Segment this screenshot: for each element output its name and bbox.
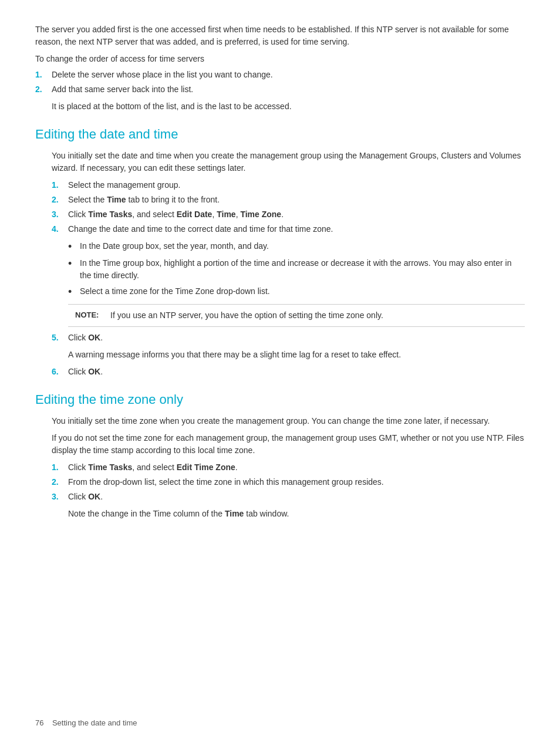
note-text: If you use an NTP server, you have the o… — [110, 309, 383, 322]
bullet-text: In the Date group box, set the year, mon… — [80, 240, 269, 254]
list-item: 3. Click OK. — [52, 491, 525, 503]
step-text: Select the Time tab to bring it to the f… — [68, 194, 220, 206]
step-number: 2. — [52, 476, 68, 488]
list-item: 5. Click OK. — [52, 332, 525, 344]
step-number: 3. — [52, 491, 68, 503]
page-number: 76 — [35, 718, 43, 727]
step-number: 2. — [52, 194, 68, 206]
list-item: 4. Change the date and time to the corre… — [52, 223, 525, 235]
section1-steps2: 5. Click OK. — [52, 332, 525, 344]
section2-heading: Editing the time zone only — [35, 390, 525, 409]
step-number: 4. — [52, 223, 68, 235]
change-order-intro: To change the order of access for time s… — [35, 53, 525, 65]
step-number: 1. — [52, 179, 68, 191]
bullet-icon: • — [68, 257, 80, 282]
section1-heading: Editing the date and time — [35, 124, 525, 144]
bullet-icon: • — [68, 240, 80, 254]
step-text: Click OK. — [68, 332, 103, 344]
section2-final-note: Note the change in the Time column of th… — [68, 508, 525, 520]
step-text: Add that same server back into the list. — [52, 83, 193, 96]
step-number: 2. — [35, 83, 52, 96]
note-label: NOTE: — [75, 309, 104, 321]
bullet-text: Select a time zone for the Time Zone dro… — [80, 285, 270, 299]
step-number: 1. — [52, 461, 68, 474]
bullet-text: In the Time group box, highlight a porti… — [80, 257, 525, 282]
step-text: Click Time Tasks, and select Edit Date, … — [68, 208, 284, 221]
list-item: • In the Time group box, highlight a por… — [68, 257, 525, 282]
step-number: 3. — [52, 208, 68, 221]
note-box: NOTE: If you use an NTP server, you have… — [68, 304, 525, 327]
section1-intro: You initially set the date and time when… — [52, 150, 525, 174]
footer: 76 Setting the date and time — [35, 717, 137, 729]
list-item: 2. Add that same server back into the li… — [35, 83, 525, 96]
list-item: 1. Delete the server whose place in the … — [35, 69, 525, 81]
section1-content: You initially set the date and time when… — [52, 150, 525, 378]
step-text: Click OK. — [68, 491, 103, 503]
step-text: Delete the server whose place in the lis… — [52, 69, 273, 81]
list-item: 2. Select the Time tab to bring it to th… — [52, 194, 525, 206]
section2-content: You initially set the time zone when you… — [52, 415, 525, 520]
list-item: 6. Click OK. — [52, 366, 525, 378]
list-item: • In the Date group box, set the year, m… — [68, 240, 525, 254]
step-text: Click OK. — [68, 366, 103, 378]
section2-intro1: You initially set the time zone when you… — [52, 415, 525, 427]
section1-steps: 1. Select the management group. 2. Selec… — [52, 179, 525, 235]
list-item: 1. Click Time Tasks, and select Edit Tim… — [52, 461, 525, 474]
list-item: • Select a time zone for the Time Zone d… — [68, 285, 525, 299]
section1-bullets: • In the Date group box, set the year, m… — [68, 240, 525, 299]
step5-note: A warning message informs you that there… — [68, 349, 525, 361]
list-item: 1. Select the management group. — [52, 179, 525, 191]
step-text: Select the management group. — [68, 179, 180, 191]
step-text: From the drop-down list, select the time… — [68, 476, 384, 488]
list-item: 3. Click Time Tasks, and select Edit Dat… — [52, 208, 525, 221]
step-number: 1. — [35, 69, 52, 81]
step-number: 6. — [52, 366, 68, 378]
section1-step6: 6. Click OK. — [52, 366, 525, 378]
intro-paragraph: The server you added first is the one ac… — [35, 23, 525, 48]
step-text: Change the date and time to the correct … — [68, 223, 333, 235]
bullet-icon: • — [68, 285, 80, 299]
change-order-note: It is placed at the bottom of the list, … — [52, 100, 525, 113]
step-text: Click Time Tasks, and select Edit Time Z… — [68, 461, 238, 474]
change-order-list: 1. Delete the server whose place in the … — [35, 69, 525, 96]
footer-text: Setting the date and time — [52, 718, 137, 727]
section2-intro2: If you do not set the time zone for each… — [52, 432, 525, 457]
section2-steps: 1. Click Time Tasks, and select Edit Tim… — [52, 461, 525, 503]
list-item: 2. From the drop-down list, select the t… — [52, 476, 525, 488]
step-number: 5. — [52, 332, 68, 344]
